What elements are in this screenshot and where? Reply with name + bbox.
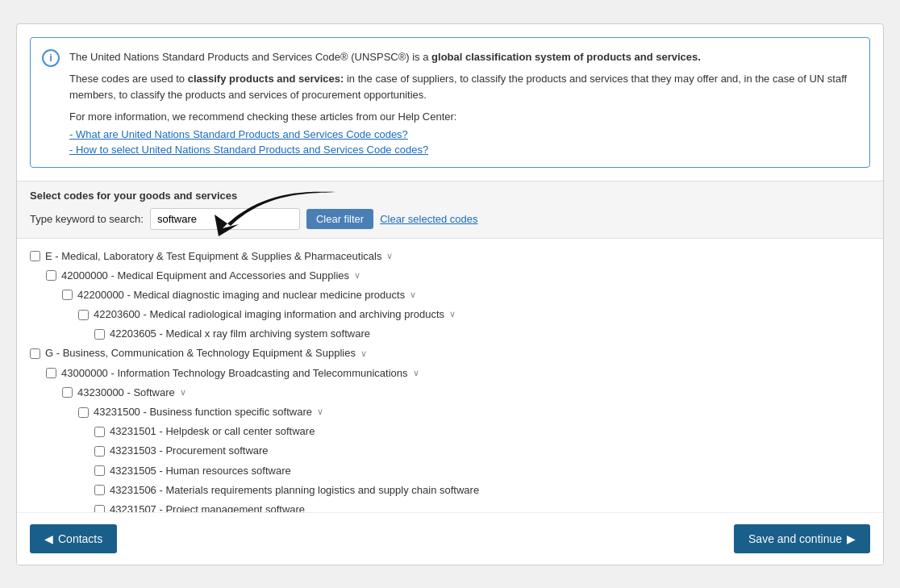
clear-selected-button[interactable]: Clear selected codes bbox=[380, 213, 477, 225]
tree-item-checkbox[interactable] bbox=[94, 427, 105, 437]
keyword-label: Type keyword to search: bbox=[30, 213, 144, 225]
expand-icon[interactable]: ∨ bbox=[413, 367, 419, 379]
tree-item-label: 42203600 - Medical radiological imaging … bbox=[94, 307, 444, 322]
info-icon: i bbox=[42, 49, 60, 67]
tree-item-checkbox[interactable] bbox=[30, 348, 40, 359]
tree-item-checkbox[interactable] bbox=[46, 270, 56, 281]
filter-row: Type keyword to search: Clear filter Cle… bbox=[30, 208, 870, 230]
tree-item: 43230000 - Software ∨ bbox=[62, 383, 870, 402]
tree-item-checkbox[interactable] bbox=[94, 485, 105, 495]
tree-item: 42000000 - Medical Equipment and Accesso… bbox=[46, 266, 870, 286]
save-label: Save and continue bbox=[748, 532, 842, 545]
tree-item-label: 43231501 - Helpdesk or call center softw… bbox=[110, 424, 315, 439]
tree-item: 43000000 - Information Technology Broadc… bbox=[46, 364, 870, 383]
tree-item-label: 43231505 - Human resources software bbox=[110, 464, 291, 478]
tree-item: 42203600 - Medical radiological imaging … bbox=[78, 305, 870, 324]
tree-item-checkbox[interactable] bbox=[94, 329, 105, 340]
tree-item-label: 42203605 - Medical x ray film archiving … bbox=[110, 327, 370, 341]
tree-item: 43231500 - Business function specific so… bbox=[78, 402, 870, 422]
tree-item: 43231505 - Human resources software bbox=[94, 461, 870, 481]
tree-item-label: 43230000 - Software bbox=[77, 386, 175, 400]
tree-item-checkbox[interactable] bbox=[78, 310, 89, 320]
filter-section: Select codes for your goods and services… bbox=[17, 181, 883, 239]
contacts-button[interactable]: ◀ Contacts bbox=[30, 524, 117, 553]
tree-item-label: 43231506 - Materials requirements planni… bbox=[110, 483, 479, 498]
tree-item: 43231501 - Helpdesk or call center softw… bbox=[94, 422, 870, 441]
filter-input-wrapper: Clear filter Clear selected codes bbox=[150, 208, 870, 230]
tree-item-checkbox[interactable] bbox=[46, 368, 56, 378]
help-link-1[interactable]: - What are United Nations Standard Produ… bbox=[69, 128, 858, 140]
tree-item-label: 43231507 - Project management software bbox=[110, 503, 305, 513]
tree-item-label: 43231500 - Business function specific so… bbox=[94, 405, 312, 419]
tree-item: 43231503 - Procurement software bbox=[94, 441, 870, 461]
tree-item-checkbox[interactable] bbox=[94, 465, 105, 476]
info-line2: These codes are used to classify product… bbox=[69, 71, 858, 102]
tree-item-label: 42200000 - Medical diagnostic imaging an… bbox=[77, 288, 405, 302]
tree-item-checkbox[interactable] bbox=[78, 407, 89, 418]
tree-item-label: E - Medical, Laboratory & Test Equipment… bbox=[45, 249, 381, 264]
contacts-label: Contacts bbox=[58, 532, 102, 545]
clear-filter-button[interactable]: Clear filter bbox=[306, 209, 373, 229]
tree-item: 43231506 - Materials requirements planni… bbox=[94, 481, 870, 500]
filter-section-label: Select codes for your goods and services bbox=[30, 190, 870, 202]
arrow-container bbox=[150, 208, 300, 230]
tree-item-checkbox[interactable] bbox=[94, 505, 105, 513]
expand-icon[interactable]: ∨ bbox=[354, 269, 360, 281]
expand-icon[interactable]: ∨ bbox=[317, 406, 323, 418]
arrow-left-icon: ◀ bbox=[44, 532, 53, 545]
tree-item: 42203605 - Medical x ray film archiving … bbox=[94, 324, 870, 344]
info-line3: For more information, we recommend check… bbox=[69, 109, 858, 125]
tree-item: E - Medical, Laboratory & Test Equipment… bbox=[30, 247, 870, 266]
footer: ◀ Contacts Save and continue ▶ bbox=[17, 513, 883, 565]
tree-item-label: G - Business, Communication & Technology… bbox=[45, 346, 356, 361]
tree-item-label: 43000000 - Information Technology Broadc… bbox=[61, 366, 408, 381]
expand-icon[interactable]: ∨ bbox=[449, 308, 456, 320]
search-input[interactable] bbox=[150, 208, 300, 230]
tree-item-label: 43231503 - Procurement software bbox=[110, 444, 269, 458]
expand-icon[interactable]: ∨ bbox=[410, 289, 416, 301]
tree-item-checkbox[interactable] bbox=[62, 290, 73, 300]
tree-item-checkbox[interactable] bbox=[94, 446, 105, 457]
tree-item-checkbox[interactable] bbox=[62, 387, 73, 398]
tree-item: 42200000 - Medical diagnostic imaging an… bbox=[62, 286, 870, 305]
info-box: i The United Nations Standard Products a… bbox=[30, 37, 870, 168]
expand-icon[interactable]: ∨ bbox=[360, 348, 367, 360]
tree-section[interactable]: E - Medical, Laboratory & Test Equipment… bbox=[17, 239, 883, 513]
arrow-right-icon: ▶ bbox=[847, 532, 856, 545]
page-container: i The United Nations Standard Products a… bbox=[16, 23, 884, 565]
save-continue-button[interactable]: Save and continue ▶ bbox=[734, 524, 870, 553]
help-link-2[interactable]: - How to select United Nations Standard … bbox=[69, 144, 858, 156]
tree-item-checkbox[interactable] bbox=[30, 251, 40, 261]
tree-item-label: 42000000 - Medical Equipment and Accesso… bbox=[61, 269, 349, 283]
expand-icon[interactable]: ∨ bbox=[386, 250, 393, 262]
tree-item: 43231507 - Project management software bbox=[94, 500, 870, 513]
expand-icon[interactable]: ∨ bbox=[180, 386, 186, 398]
tree-item: G - Business, Communication & Technology… bbox=[30, 344, 870, 363]
info-line1: The United Nations Standard Products and… bbox=[69, 49, 858, 65]
